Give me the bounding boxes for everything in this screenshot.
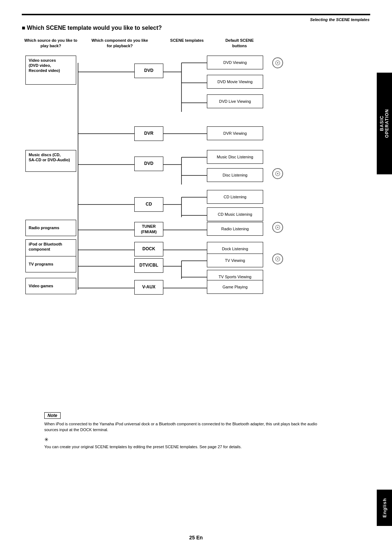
- component-box-tuner: TUNER (FM/AM): [134, 222, 163, 236]
- source-box-radio: Radio programs: [25, 220, 76, 236]
- source-box-games: Video games: [25, 278, 76, 294]
- source-box-music: Music discs (CD,SA-CD or DVD-Audio): [25, 150, 76, 172]
- col-header-4: Default SCENE buttons: [221, 38, 258, 49]
- component-box-dock: DOCK: [134, 242, 163, 256]
- component-box-dvd-music: DVD: [134, 157, 163, 171]
- scene-game-playing: Game Playing: [207, 280, 263, 294]
- sidebar-basic-operation: BASICOPERATION: [377, 73, 392, 174]
- note-title: Note: [44, 412, 61, 419]
- scene-button-1: [272, 57, 283, 68]
- component-box-dtv: DTV/CBL: [134, 258, 163, 273]
- svg-point-33: [277, 173, 278, 174]
- component-box-cd: CD: [134, 197, 163, 212]
- col-header-1: Which source do you like to play back?: [22, 38, 80, 49]
- scene-cd-music: CD Music Listening: [207, 207, 263, 221]
- diagram-area: Video sources(DVD video,Recorded video) …: [22, 52, 338, 306]
- scene-disc-listening: Disc Listening: [207, 168, 263, 182]
- source-box-video: Video sources(DVD video,Recorded video): [25, 56, 76, 85]
- note-text: When iPod is connected to the Yamaha iPo…: [44, 421, 330, 433]
- col-header-3: SCENE templates: [160, 38, 214, 49]
- col-header-2: Which component do you like for playback…: [91, 38, 149, 49]
- top-bar: [22, 14, 370, 15]
- component-box-dvd-video: DVD: [134, 64, 163, 78]
- scene-dvd-movie: DVD Movie Viewing: [207, 75, 263, 89]
- svg-point-37: [277, 258, 278, 260]
- scene-music-disc: Music Disc Listening: [207, 150, 263, 164]
- component-box-dvr: DVR: [134, 126, 163, 141]
- page-number: 25 En: [189, 535, 203, 540]
- scene-button-3: [272, 222, 283, 233]
- svg-point-31: [277, 62, 278, 64]
- component-box-vaux: V-AUX: [134, 280, 163, 295]
- tip-icon: ✳: [44, 437, 330, 442]
- source-box-tv: TV programs: [25, 256, 76, 272]
- svg-point-35: [277, 227, 278, 228]
- scene-radio: Radio Listening: [207, 222, 263, 236]
- sidebar-english: English: [377, 490, 392, 526]
- scene-dvr-viewing: DVR Viewing: [207, 126, 263, 140]
- section-title: Which SCENE template would you like to s…: [22, 25, 370, 31]
- scene-dvd-live: DVD Live Viewing: [207, 94, 263, 108]
- top-bar-label: Selecting the SCENE templates: [310, 17, 369, 22]
- tip-text: You can create your original SCENE templ…: [44, 444, 330, 450]
- scene-tv-viewing: TV Viewing: [207, 254, 263, 267]
- main-content: Which SCENE template would you like to s…: [22, 22, 370, 533]
- scene-cd-listening: CD Listening: [207, 190, 263, 204]
- scene-button-2: [272, 168, 283, 179]
- sidebar-right-text: BASICOPERATION: [379, 109, 390, 138]
- scene-dvd-viewing: DVD Viewing: [207, 56, 263, 69]
- scene-button-4: [272, 254, 283, 264]
- sidebar-english-text: English: [382, 498, 387, 518]
- note-section: Note When iPod is connected to the Yamah…: [44, 412, 330, 450]
